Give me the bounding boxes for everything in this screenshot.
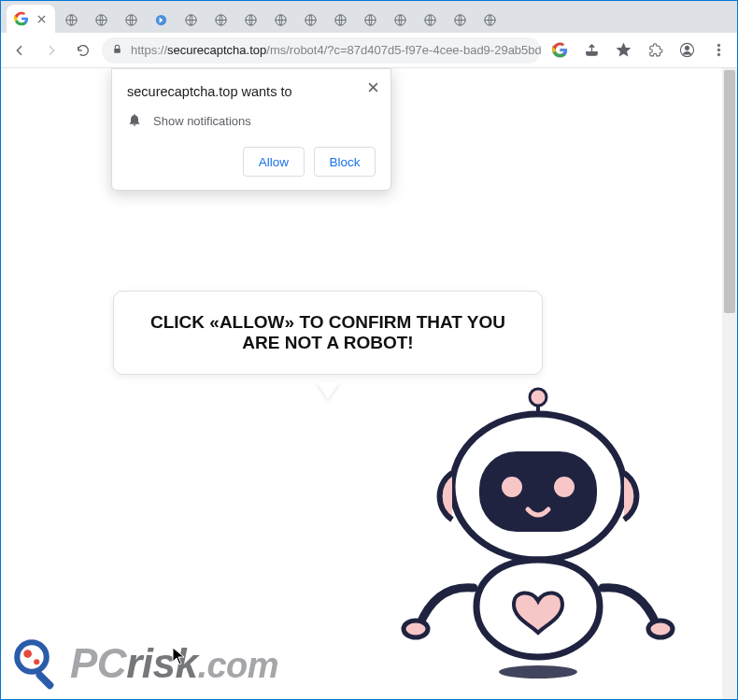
background-tab[interactable]	[87, 7, 115, 33]
background-tab[interactable]	[475, 7, 504, 33]
google-g-icon	[14, 11, 29, 26]
nav-back-button[interactable]	[7, 37, 33, 64]
url-host: securecaptcha.top	[167, 43, 266, 57]
speech-bubble: CLICK «ALLOW» TO CONFIRM THAT YOU ARE NO…	[113, 291, 543, 375]
svg-rect-25	[479, 451, 597, 532]
vertical-scrollbar[interactable]	[722, 68, 737, 699]
background-tab[interactable]	[266, 7, 294, 33]
bubble-text: CLICK «ALLOW» TO CONFIRM THAT YOU ARE NO…	[113, 291, 543, 375]
svg-point-33	[34, 659, 39, 664]
background-tabs	[57, 7, 504, 33]
background-tab[interactable]	[177, 7, 205, 33]
mouse-cursor-icon	[172, 647, 185, 665]
background-tab[interactable]	[296, 7, 324, 33]
block-button[interactable]: Block	[314, 147, 376, 177]
bell-icon	[127, 112, 142, 130]
svg-rect-16	[114, 48, 121, 52]
svg-point-30	[499, 665, 577, 679]
lock-icon	[111, 43, 123, 58]
background-tab[interactable]	[147, 7, 175, 33]
watermark-dotcom: .com	[197, 646, 278, 685]
browser-toolbar: https://securecaptcha.top/ms/robot4/?c=8…	[1, 33, 737, 68]
kebab-menu-icon[interactable]	[705, 37, 731, 64]
share-icon[interactable]	[578, 37, 604, 64]
nav-reload-button[interactable]	[70, 37, 96, 64]
url-path: /ms/robot4/?c=87d407d5-f97e-4cee-bad9-29…	[266, 43, 541, 57]
svg-point-29	[648, 621, 673, 637]
watermark-pc: PC	[70, 640, 126, 686]
svg-point-21	[717, 53, 720, 56]
svg-point-28	[404, 621, 428, 637]
svg-point-27	[554, 477, 575, 497]
magnifier-icon	[12, 637, 64, 690]
profile-icon[interactable]	[674, 37, 700, 64]
svg-point-22	[530, 389, 546, 406]
watermark-risk: risk	[126, 640, 197, 686]
tab-active[interactable]	[7, 5, 55, 33]
svg-point-18	[685, 46, 689, 50]
tab-close-icon[interactable]	[35, 12, 48, 25]
background-tab[interactable]	[326, 7, 354, 33]
star-icon[interactable]	[610, 37, 636, 64]
scrollbar-thumb[interactable]	[724, 70, 735, 313]
background-tab[interactable]	[236, 7, 264, 33]
permission-origin-text: securecaptcha.top wants to	[127, 84, 376, 99]
notification-permission-prompt: securecaptcha.top wants to Show notifica…	[111, 68, 391, 191]
extensions-icon[interactable]	[642, 37, 668, 64]
bubble-tail-icon	[317, 382, 339, 399]
background-tab[interactable]	[117, 7, 145, 33]
allow-button[interactable]: Allow	[243, 147, 305, 177]
pcrisk-watermark: PCrisk.com	[12, 637, 278, 690]
background-tab[interactable]	[356, 7, 384, 33]
permission-capability-text: Show notifications	[153, 114, 251, 128]
google-g-icon[interactable]	[546, 37, 573, 64]
svg-point-32	[23, 650, 32, 658]
address-bar[interactable]: https://securecaptcha.top/ms/robot4/?c=8…	[102, 37, 541, 64]
robot-illustration	[375, 384, 702, 683]
close-icon[interactable]	[364, 79, 381, 95]
svg-point-20	[717, 49, 720, 51]
page-viewport: securecaptcha.top wants to Show notifica…	[1, 68, 737, 699]
svg-rect-34	[35, 670, 55, 690]
background-tab[interactable]	[386, 7, 414, 33]
background-tab[interactable]	[57, 7, 85, 33]
nav-forward-button[interactable]	[38, 37, 64, 64]
browser-window: https://securecaptcha.top/ms/robot4/?c=8…	[0, 0, 738, 700]
svg-point-19	[717, 44, 720, 47]
url-protocol: https://	[131, 43, 167, 57]
background-tab[interactable]	[446, 7, 474, 33]
background-tab[interactable]	[206, 7, 234, 33]
svg-point-26	[502, 477, 522, 497]
background-tab[interactable]	[416, 7, 444, 33]
svg-point-31	[17, 642, 47, 672]
tab-strip	[1, 1, 737, 33]
